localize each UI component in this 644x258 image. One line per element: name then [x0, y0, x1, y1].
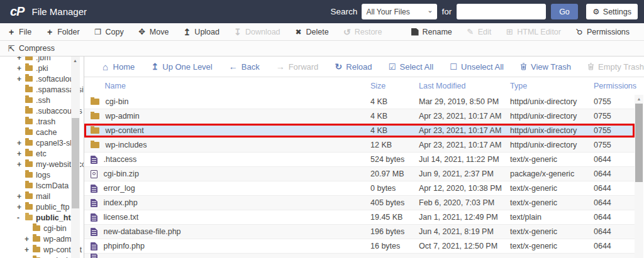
toolbar-compress-button[interactable]: Compress — [8, 44, 55, 53]
table-row-license-txt[interactable]: license.txt 19.45 KB Jan 1, 2021, 12:49 … — [84, 210, 635, 225]
file-name: license.txt — [104, 213, 139, 222]
toolbar-file-button[interactable]: File — [8, 27, 31, 37]
sidebar-item-my-website[interactable]: +my-website.com — [0, 159, 70, 169]
column-header-name[interactable]: Name — [84, 82, 370, 90]
search-input[interactable] — [457, 4, 546, 19]
file-type: httpd/unix-directory — [510, 97, 594, 106]
table-row-htaccess[interactable]: .htaccess 524 bytes Jul 14, 2021, 11:22 … — [84, 153, 635, 167]
file-permissions: 0644 — [594, 169, 635, 178]
nav-label: Select All — [400, 62, 433, 72]
toolbar-label: Compress — [19, 44, 55, 53]
toolbar-move-button[interactable]: Move — [138, 27, 169, 36]
scroll-up-arrow-icon[interactable]: ▲ — [635, 95, 643, 103]
column-header-type[interactable]: Type — [510, 82, 594, 90]
sidebar-item-softaculous[interactable]: +.softaculous — [0, 73, 70, 84]
sidebar-item-trash[interactable]: .trash — [0, 116, 70, 127]
sidebar-item-wp-admin[interactable]: +wp-admin — [0, 234, 70, 244]
table-row-phpinfo[interactable]: phpinfo.php 16 bytes Oct 7, 2021, 12:50 … — [84, 239, 635, 254]
expand-toggle[interactable]: + — [17, 203, 25, 212]
file-permissions: 0755 — [594, 112, 635, 121]
toolbar-copy-button[interactable]: Copy — [94, 28, 124, 36]
table-row-new-database-file[interactable]: new-database-file.php 196 bytes Jun 4, 2… — [84, 225, 635, 239]
back-arrow-icon — [229, 62, 238, 72]
folder-icon — [25, 87, 33, 92]
sidebar-item-label: mail — [36, 192, 50, 201]
folder-icon — [25, 56, 33, 60]
column-header-last-modified[interactable]: Last Modified — [419, 82, 510, 90]
trash-icon — [520, 63, 527, 70]
file-type: text/x-generic — [510, 198, 594, 207]
sidebar-item-jbm[interactable]: +.jbm — [0, 56, 70, 63]
file-size: 4 KB — [370, 126, 419, 135]
sidebar-item-etc[interactable]: +etc — [0, 148, 70, 159]
toolbar-delete-button[interactable]: Delete — [295, 28, 329, 36]
expand-toggle[interactable]: + — [17, 149, 25, 158]
expand-toggle[interactable]: + — [17, 75, 25, 83]
search-scope-select[interactable]: All Your Files ⌄ — [362, 4, 437, 19]
sidebar-item-public-ftp[interactable]: +public_ftp — [0, 202, 70, 212]
scrollbar-thumb[interactable] — [635, 104, 643, 182]
expand-toggle[interactable]: + — [17, 139, 25, 148]
sidebar-scrollbar[interactable]: ▲ — [71, 56, 80, 258]
sidebar-item-spamassassin[interactable]: .spamassassin — [0, 84, 70, 95]
sidebar-item-cpanel3-skel[interactable]: +cpanel3-skel — [0, 137, 70, 148]
sidebar-item-public-html[interactable]: -public_html — [0, 212, 70, 223]
toolbar-upload-button[interactable]: Upload — [183, 27, 219, 37]
scroll-up-arrow-icon[interactable]: ▲ — [71, 56, 80, 65]
reload-button[interactable]: Reload — [335, 62, 372, 72]
sidebar-item-mail[interactable]: +mail — [0, 191, 70, 202]
scrollbar-thumb[interactable] — [72, 118, 79, 208]
expand-toggle[interactable]: + — [17, 192, 25, 201]
toolbar-html-editor-button: HTML Editor — [506, 27, 561, 36]
table-row-partial[interactable] — [84, 254, 635, 258]
expand-toggle[interactable]: + — [25, 245, 33, 254]
sidebar-item-cgi-bin[interactable]: cgi-bin — [0, 223, 70, 234]
sidebar-item-logs[interactable]: logs — [0, 169, 70, 180]
sidebar-item-subaccounts[interactable]: .subaccounts — [0, 105, 70, 116]
table-row-index-php[interactable]: index.php 405 bytes Feb 6, 2020, 7:03 PM… — [84, 196, 635, 210]
column-header-permissions[interactable]: Permissions — [594, 82, 635, 90]
table-row-wp-content-selected[interactable]: wp-content 4 KB Apr 23, 2021, 10:17 AM h… — [84, 124, 635, 138]
unselect-all-button[interactable]: Unselect All — [450, 62, 504, 72]
file-size: 16 bytes — [370, 242, 419, 250]
toolbar-permissions-button[interactable]: Permissions — [575, 27, 630, 36]
table-row-cgi-bin[interactable]: cgi-bin 4 KB Mar 29, 2019, 8:50 PM httpd… — [84, 95, 635, 109]
expand-toggle[interactable]: + — [17, 56, 25, 62]
collapse-toggle[interactable]: - — [17, 213, 25, 222]
table-row-wp-admin[interactable]: wp-admin 4 KB Apr 23, 2021, 10:17 AM htt… — [84, 109, 635, 124]
sidebar-item-pki[interactable]: +.pki — [0, 63, 70, 73]
settings-label: Settings — [603, 8, 631, 16]
toolbar-label: File — [19, 28, 31, 36]
back-button[interactable]: Back — [229, 62, 260, 72]
expand-toggle[interactable]: + — [25, 256, 33, 258]
expand-toggle[interactable]: + — [17, 64, 25, 73]
sidebar-item-wp-includes[interactable]: +wp-includes — [0, 255, 70, 258]
sidebar-item-label: cache — [36, 128, 57, 137]
view-trash-button[interactable]: View Trash — [520, 62, 571, 72]
plus-icon — [8, 27, 15, 37]
toolbar-folder-button[interactable]: Folder — [46, 27, 79, 37]
html-editor-icon — [506, 27, 513, 36]
settings-button[interactable]: ⚙ Settings — [586, 4, 638, 19]
go-button[interactable]: Go — [551, 4, 578, 19]
top-header: cP File Manager Search All Your Files ⌄ … — [0, 0, 644, 23]
expand-toggle[interactable]: + — [25, 235, 33, 244]
sidebar-item-wp-content[interactable]: +wp-content — [0, 244, 70, 255]
table-row-cgi-bin-zip[interactable]: cgi-bin.zip 20.97 MB Jun 9, 2021, 2:37 P… — [84, 167, 635, 181]
sidebar-item-ssh[interactable]: .ssh — [0, 95, 70, 105]
open-folder-icon — [25, 215, 33, 220]
sidebar-item-lscmdata[interactable]: lscmData — [0, 180, 70, 191]
expand-toggle[interactable]: + — [17, 160, 25, 169]
toolbar-rename-button[interactable]: Rename — [411, 28, 452, 36]
file-list-scrollbar[interactable]: ▲ — [635, 95, 643, 258]
empty-trash-button: Empty Trash — [587, 62, 644, 72]
select-all-button[interactable]: Select All — [389, 62, 433, 72]
sidebar-item-cache[interactable]: cache — [0, 127, 70, 137]
home-button[interactable]: Home — [102, 62, 135, 72]
file-type: text/x-generic — [510, 242, 594, 250]
key-icon — [575, 27, 583, 36]
table-row-wp-includes[interactable]: wp-includes 12 KB Apr 23, 2021, 10:17 AM… — [84, 138, 635, 153]
up-one-level-button[interactable]: Up One Level — [151, 62, 213, 72]
table-row-error-log[interactable]: error_log 0 bytes Apr 12, 2020, 10:38 PM… — [84, 181, 635, 196]
column-header-size[interactable]: Size — [370, 82, 419, 90]
